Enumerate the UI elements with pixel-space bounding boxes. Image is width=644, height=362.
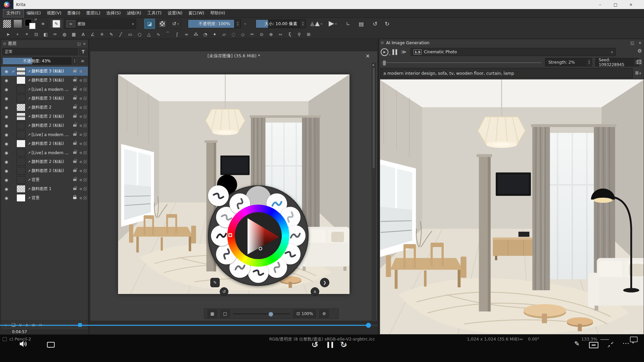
layer-lock-icon[interactable]	[73, 115, 76, 118]
visibility-eye-icon[interactable]: ◉	[2, 123, 10, 128]
layer-row[interactable]: ◉ ↗ 颜料图层 2 (粘贴) α	[1, 139, 88, 148]
inherit-alpha-icon[interactable]	[83, 151, 87, 155]
tool-button[interactable]: ○	[136, 31, 144, 38]
workspace-chooser-button[interactable]: ▤	[356, 19, 367, 29]
alpha-lock-icon[interactable]: α	[78, 96, 83, 101]
layer-row[interactable]: ◉ ↗ 颜料图层 2 (粘贴) α	[1, 112, 88, 121]
canvas-settings-button[interactable]: ⚙	[319, 310, 329, 318]
layer-lock-icon[interactable]	[73, 97, 76, 100]
menu-item[interactable]: 窗口(W)	[185, 9, 207, 17]
inherit-alpha-icon[interactable]	[83, 87, 87, 91]
vertical-mirror-button[interactable]: ▾	[326, 19, 339, 29]
layer-row[interactable]: ◉ ↗ 颜料图层 2 (粘贴) α	[1, 121, 88, 130]
layer-row[interactable]: ◉ ↗ 颜料图层 2 (粘贴) α	[1, 166, 88, 175]
tool-button[interactable]: ∾	[276, 31, 284, 38]
alpha-lock-icon[interactable]: α	[78, 105, 83, 110]
inherit-alpha-icon[interactable]	[83, 97, 87, 100]
tool-button[interactable]: ⊙	[258, 31, 266, 38]
tool-button[interactable]: ⊕	[267, 31, 275, 38]
layer-row[interactable]: ◉ ↗ [Live] a modern ... α	[1, 130, 88, 139]
tool-button[interactable]: ✳	[98, 31, 106, 38]
layer-row[interactable]: ◉ ↗ 背景 α	[1, 175, 88, 184]
tool-button[interactable]: ◍	[60, 31, 68, 38]
inherit-alpha-icon[interactable]	[83, 178, 87, 182]
tool-button[interactable]: ʃ	[173, 31, 181, 38]
tool-button[interactable]: ⌖	[23, 31, 31, 38]
rewind-10-button[interactable]: ↺10	[311, 341, 321, 350]
mirror-view-button[interactable]: ▦	[208, 310, 217, 318]
tool-button[interactable]: ⊞	[305, 31, 313, 38]
alpha-lock-icon[interactable]: α	[78, 150, 83, 155]
alpha-lock-icon[interactable]: α	[78, 78, 83, 82]
alpha-lock-icon[interactable]: α	[78, 123, 83, 128]
alpha-lock-icon[interactable]: α	[78, 160, 83, 164]
close-docker-icon[interactable]: ×	[638, 41, 642, 45]
inherit-alpha-icon[interactable]	[83, 78, 87, 82]
menu-item[interactable]: 文件(F)	[3, 9, 23, 17]
menu-item[interactable]: 工具(T)	[144, 9, 164, 17]
next-presets-button[interactable]: ❯	[320, 278, 329, 287]
menu-item[interactable]: 图像(I)	[64, 9, 83, 17]
layer-lock-icon[interactable]	[73, 79, 76, 81]
monitor-icon[interactable]	[630, 337, 638, 342]
inherit-alpha-icon[interactable]	[83, 115, 87, 118]
zoom-percentage[interactable]: 133.3%	[581, 337, 597, 342]
size-spinner[interactable]: ▴▾	[301, 20, 305, 27]
video-progress-bar[interactable]	[0, 325, 368, 326]
tool-button[interactable]: ▦	[70, 31, 78, 38]
float-docker-icon[interactable]: ◱	[631, 41, 634, 45]
layers-stack-icon[interactable]: ≣+	[635, 70, 642, 75]
comment-toggle-icon[interactable]	[47, 342, 55, 348]
menu-item[interactable]: 设置(N)	[165, 9, 185, 17]
visibility-eye-icon[interactable]: ◉	[2, 196, 10, 200]
brush-preset-dropdown[interactable]: ≈ 擦除 ▾	[64, 19, 136, 29]
brush-options-button[interactable]: ≋	[38, 19, 48, 29]
alpha-lock-icon[interactable]: α	[78, 178, 83, 182]
opacity-slider[interactable]: 不透明度: 100% ▴▾	[188, 19, 241, 28]
video-pause-button[interactable]	[327, 342, 333, 348]
alpha-lock-icon[interactable]: α	[78, 87, 83, 92]
layer-lock-icon[interactable]	[73, 124, 76, 127]
layer-filter-button[interactable]	[79, 48, 87, 55]
tool-button[interactable]: △	[145, 31, 153, 38]
random-seed-dice-icon[interactable]: ⚄	[637, 59, 642, 65]
layer-row[interactable]: ◉ ↗ 颜料图层 1 α	[1, 184, 88, 193]
pattern-swatch[interactable]	[3, 19, 11, 28]
tool-button[interactable]: ∠	[89, 31, 97, 38]
menu-item[interactable]: 帮助(H)	[207, 9, 228, 17]
tool-button[interactable]: ◌	[229, 31, 237, 38]
layer-row[interactable]: ◉ ↗ 颜料图层 2 α	[1, 103, 88, 112]
inherit-alpha-icon[interactable]	[83, 124, 87, 127]
tool-button[interactable]: ✎	[107, 31, 115, 38]
layer-lock-icon[interactable]	[73, 88, 76, 90]
layer-lock-icon[interactable]	[73, 106, 76, 109]
opacity-dropdown-button[interactable]: ▾	[242, 19, 248, 29]
queue-icon[interactable]: ≫	[401, 49, 407, 55]
menu-item[interactable]: 图层(L)	[83, 9, 103, 17]
layer-row[interactable]: ◉ ↗ [Live] a modern ... α	[1, 148, 88, 157]
swap-colors-icon[interactable]: ⇄	[34, 18, 37, 21]
menu-item[interactable]: 选择(S)	[103, 9, 124, 17]
layer-row[interactable]: ◉ ✓ ↗ 颜料图层 3 (粘贴) α	[1, 67, 88, 76]
rotate-canvas-button[interactable]: ↺	[220, 287, 228, 296]
inherit-alpha-icon[interactable]	[83, 196, 87, 200]
popup-palette[interactable]	[208, 185, 309, 286]
menu-item[interactable]: 编辑(E)	[23, 9, 44, 17]
visibility-eye-icon[interactable]: ◉	[2, 178, 10, 182]
tool-button[interactable]: ▭	[126, 31, 134, 38]
visibility-eye-icon[interactable]: ◉	[2, 69, 10, 74]
annotate-pencil-icon[interactable]: ✎	[574, 340, 580, 347]
tool-button[interactable]: ◔	[201, 31, 209, 38]
visibility-eye-icon[interactable]: ◉	[2, 96, 10, 101]
layer-lock-icon[interactable]	[73, 161, 76, 163]
maximize-button[interactable]: □	[608, 0, 623, 9]
close-button[interactable]: ×	[623, 0, 639, 9]
layer-lock-icon[interactable]	[73, 197, 76, 199]
tool-button[interactable]: ◧	[42, 31, 50, 38]
layer-opacity-spinner[interactable]: ▴▾	[72, 57, 77, 65]
tool-button[interactable]: ◇	[239, 31, 247, 38]
layer-options-button[interactable]: ≡	[78, 57, 87, 65]
alpha-lock-icon[interactable]: α	[78, 69, 83, 73]
close-docker-icon[interactable]: ×	[83, 42, 86, 46]
layer-lock-icon[interactable]	[73, 142, 76, 145]
